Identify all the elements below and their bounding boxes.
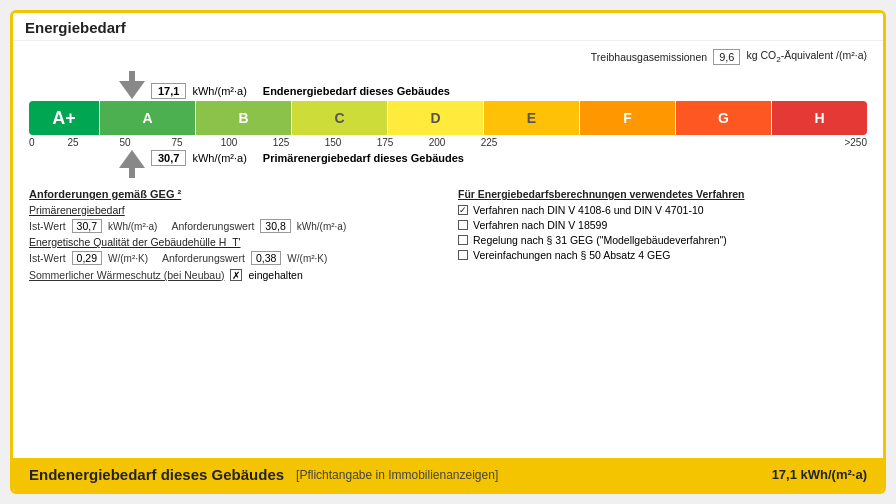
req-left: Anforderungen gemäß GEG ² Primärenergieb… (29, 188, 438, 450)
summer-checkbox: ✗ (230, 269, 242, 281)
greenhouse-unit: kg CO2-Äquivalent /(m²·a) (746, 49, 867, 64)
envelope-ist-label: Ist-Wert (29, 252, 66, 264)
num-250: >250 (515, 137, 867, 148)
method-label-2: Regelung nach § 31 GEG ("Modellgebäudeve… (473, 234, 727, 246)
envelope-subtitle: Energetische Qualität der Gebäudehülle H… (29, 236, 438, 248)
card-body: Treibhausgasemissionen 9,6 kg CO2-Äquiva… (13, 41, 883, 458)
method-label-1: Verfahren nach DIN V 18599 (473, 219, 607, 231)
footer-value: 17,1 kWh/(m²·a) (772, 467, 867, 482)
method-checkbox-0: ✓ (458, 205, 468, 215)
header-title: Energiebedarf (25, 19, 126, 36)
primary-anf-unit: kWh/(m²·a) (297, 221, 346, 232)
num-0: 0 (29, 137, 47, 148)
envelope-anf-label: Anforderungswert (162, 252, 245, 264)
endenergie-value: 17,1 (151, 83, 186, 99)
num-225: 225 (463, 137, 515, 148)
req-title: Anforderungen gemäß GEG ² (29, 188, 438, 200)
segment-e: E (484, 101, 579, 135)
arrow-shaft-top (129, 71, 135, 81)
card-header: Energiebedarf (13, 13, 883, 41)
greenhouse-row: Treibhausgasemissionen 9,6 kg CO2-Äquiva… (29, 49, 867, 65)
endenergie-top-row: 17,1 kWh/(m²·a) Endenergiebedarf dieses … (119, 71, 867, 99)
primaer-unit: kWh/(m²·a) (192, 152, 246, 164)
segment-c: C (292, 101, 387, 135)
envelope-ist-row: Ist-Wert 0,29 W/(m²·K) Anforderungswert … (29, 251, 438, 265)
method-label-3: Vereinfachungen nach § 50 Absatz 4 GEG (473, 249, 670, 261)
primaer-value: 30,7 (151, 150, 186, 166)
segment-b: B (196, 101, 291, 135)
num-175: 175 (359, 137, 411, 148)
segment-a: A (100, 101, 195, 135)
summer-label: Sommerlicher Wärmeschutz (bei Neubau) (29, 269, 224, 281)
segment-g: G (676, 101, 771, 135)
method-row-3: Vereinfachungen nach § 50 Absatz 4 GEG (458, 249, 867, 261)
method-checkbox-1 (458, 220, 468, 230)
primary-subtitle: Primärenergiebedarf (29, 204, 438, 216)
segment-aplus: A+ (29, 101, 99, 135)
method-label-0: Verfahren nach DIN V 4108-6 und DIN V 47… (473, 204, 704, 216)
main-card: Energiebedarf Treibhausgasemissionen 9,6… (10, 10, 886, 494)
up-arrow-container (119, 150, 145, 178)
arrow-head-up (119, 150, 145, 168)
card-footer: Endenergiebedarf dieses Gebäudes [Pflich… (13, 458, 883, 491)
primaer-label: Primärenergiebedarf dieses Gebäudes (263, 152, 464, 164)
summer-row: Sommerlicher Wärmeschutz (bei Neubau) ✗ … (29, 269, 438, 281)
method-row-2: Regelung nach § 31 GEG ("Modellgebäudeve… (458, 234, 867, 246)
primary-anf-value: 30,8 (260, 219, 290, 233)
segment-d: D (388, 101, 483, 135)
num-150: 150 (307, 137, 359, 148)
scale-numbers: 0 25 50 75 100 125 150 175 200 225 >250 (29, 137, 867, 148)
arrow-head-down (119, 81, 145, 99)
num-200: 200 (411, 137, 463, 148)
greenhouse-label: Treibhausgasemissionen (591, 51, 707, 63)
greenhouse-value: 9,6 (713, 49, 740, 65)
primary-ist-unit: kWh/(m²·a) (108, 221, 157, 232)
method-row-0: ✓ Verfahren nach DIN V 4108-6 und DIN V … (458, 204, 867, 216)
footer-sub: [Pflichtangabe in Immobilienanzeigen] (296, 468, 498, 482)
num-25: 25 (47, 137, 99, 148)
envelope-anf-value: 0,38 (251, 251, 281, 265)
primaer-label-row: 30,7 kWh/(m²·a) Primärenergiebedarf dies… (151, 150, 464, 166)
footer-main: Endenergiebedarf dieses Gebäudes (29, 466, 284, 483)
num-75: 75 (151, 137, 203, 148)
endenergie-label-row: 17,1 kWh/(m²·a) Endenergiebedarf dieses … (151, 83, 450, 99)
envelope-ist-value: 0,29 (72, 251, 102, 265)
num-100: 100 (203, 137, 255, 148)
primary-ist-value: 30,7 (72, 219, 102, 233)
down-arrow-container (119, 71, 145, 99)
arrow-shaft-bottom (129, 168, 135, 178)
num-125: 125 (255, 137, 307, 148)
method-row-1: Verfahren nach DIN V 18599 (458, 219, 867, 231)
endenergie-unit: kWh/(m²·a) (192, 85, 246, 97)
primary-anf-label: Anforderungswert (171, 220, 254, 232)
primary-ist-label: Ist-Wert (29, 220, 66, 232)
segment-h: H (772, 101, 867, 135)
envelope-anf-unit: W/(m²·K) (287, 253, 327, 264)
summer-status: eingehalten (248, 269, 302, 281)
method-checkbox-3 (458, 250, 468, 260)
primary-ist-row: Ist-Wert 30,7 kWh/(m²·a) Anforderungswer… (29, 219, 438, 233)
num-50: 50 (99, 137, 151, 148)
segment-f: F (580, 101, 675, 135)
requirements-section: Anforderungen gemäß GEG ² Primärenergieb… (29, 188, 867, 450)
method-checkbox-2 (458, 235, 468, 245)
primaer-bottom-row: 30,7 kWh/(m²·a) Primärenergiebedarf dies… (119, 150, 867, 178)
scale-wrapper: A+ A B C D E F G H 0 25 (29, 101, 867, 148)
req-right: Für Energiebedarfsberechnungen verwendet… (458, 188, 867, 450)
endenergie-label: Endenergiebedarf dieses Gebäudes (263, 85, 450, 97)
scale-bar: A+ A B C D E F G H (29, 101, 867, 135)
envelope-ist-unit: W/(m²·K) (108, 253, 148, 264)
method-title: Für Energiebedarfsberechnungen verwendet… (458, 188, 867, 200)
